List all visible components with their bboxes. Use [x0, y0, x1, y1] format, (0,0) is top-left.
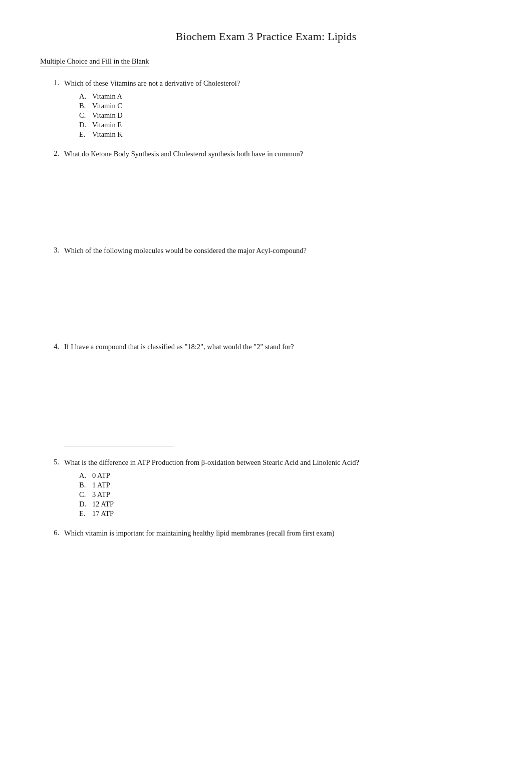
question-number-6: 6. [40, 528, 64, 537]
question-number-5: 5. [40, 457, 64, 466]
question-content-1: Which of these Vitamins are not a deriva… [64, 78, 492, 140]
blank-space-2 [64, 163, 492, 240]
question-content-6: Which vitamin is important for maintaini… [64, 528, 492, 655]
choice-5b: B. 1 ATP [79, 481, 492, 489]
question-text-1: Which of these Vitamins are not a deriva… [64, 78, 492, 89]
question-item-3: 3. Which of the following molecules woul… [40, 245, 492, 337]
answer-choices-5: A. 0 ATP B. 1 ATP C. 3 ATP D. 12 ATP E. [64, 471, 492, 518]
question-item-4: 4. If I have a compound that is classifi… [40, 342, 492, 446]
question-number-1: 1. [40, 78, 64, 87]
answer-line-4 [64, 438, 174, 446]
choice-text-1b: Vitamin C [92, 102, 122, 110]
question-item-6: 6. Which vitamin is important for mainta… [40, 528, 492, 655]
question-item-5: 5. What is the difference in ATP Product… [40, 457, 492, 519]
page-title: Biochem Exam 3 Practice Exam: Lipids [40, 30, 492, 43]
choice-text-5e: 17 ATP [92, 509, 114, 518]
choice-letter-5d: D. [79, 500, 92, 508]
choice-text-5b: 1 ATP [92, 481, 110, 489]
answer-choices-1: A. Vitamin A B. Vitamin C C. Vitamin D D… [64, 92, 492, 139]
choice-letter-5c: C. [79, 490, 92, 499]
choice-1a: A. Vitamin A [79, 92, 492, 101]
question-number-4: 4. [40, 342, 64, 351]
question-text-2: What do Ketone Body Synthesis and Choles… [64, 149, 492, 160]
choice-text-5d: 12 ATP [92, 500, 114, 508]
choice-text-1c: Vitamin D [92, 111, 123, 120]
choice-text-1e: Vitamin K [92, 130, 123, 139]
choice-text-1a: Vitamin A [92, 92, 122, 101]
blank-space-4 [64, 356, 492, 433]
choice-1c: C. Vitamin D [79, 111, 492, 120]
question-content-4: If I have a compound that is classified … [64, 342, 492, 446]
question-content-2: What do Ketone Body Synthesis and Choles… [64, 149, 492, 240]
choice-5d: D. 12 ATP [79, 500, 492, 508]
choice-letter-1d: D. [79, 121, 92, 129]
question-text-5: What is the difference in ATP Production… [64, 457, 492, 468]
questions-list: 1. Which of these Vitamins are not a der… [40, 78, 492, 655]
choice-1d: D. Vitamin E [79, 121, 492, 129]
choice-letter-1a: A. [79, 92, 92, 101]
question-content-5: What is the difference in ATP Production… [64, 457, 492, 519]
choice-text-1d: Vitamin E [92, 121, 122, 129]
question-item-2: 2. What do Ketone Body Synthesis and Cho… [40, 149, 492, 240]
blank-space-6 [64, 542, 492, 642]
choice-letter-5e: E. [79, 509, 92, 518]
choice-5a: A. 0 ATP [79, 471, 492, 480]
choice-text-5c: 3 ATP [92, 490, 110, 499]
blank-space-3 [64, 259, 492, 337]
question-number-2: 2. [40, 149, 64, 158]
choice-letter-5b: B. [79, 481, 92, 489]
choice-letter-5a: A. [79, 471, 92, 480]
choice-1b: B. Vitamin C [79, 102, 492, 110]
question-text-3: Which of the following molecules would b… [64, 245, 492, 256]
choice-letter-1c: C. [79, 111, 92, 120]
choice-1e: E. Vitamin K [79, 130, 492, 139]
choice-5c: C. 3 ATP [79, 490, 492, 499]
question-text-4: If I have a compound that is classified … [64, 342, 492, 353]
question-text-6: Which vitamin is important for maintaini… [64, 528, 492, 539]
answer-line-6 [64, 647, 109, 655]
question-item-1: 1. Which of these Vitamins are not a der… [40, 78, 492, 140]
choice-letter-1e: E. [79, 130, 92, 139]
question-number-3: 3. [40, 245, 64, 254]
section-label: Multiple Choice and Fill in the Blank [40, 57, 149, 67]
choice-letter-1b: B. [79, 102, 92, 110]
choice-text-5a: 0 ATP [92, 471, 110, 480]
question-content-3: Which of the following molecules would b… [64, 245, 492, 337]
choice-5e: E. 17 ATP [79, 509, 492, 518]
